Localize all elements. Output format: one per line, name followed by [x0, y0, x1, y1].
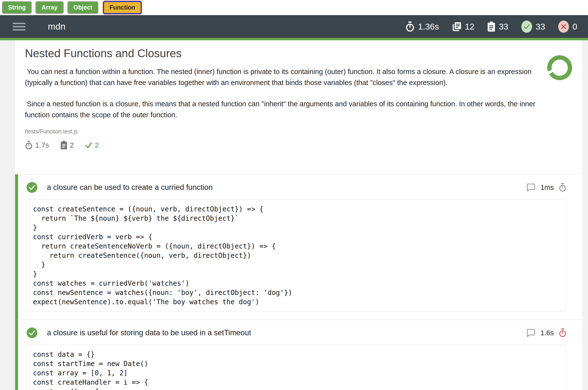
failed-count-value: 0: [573, 22, 577, 32]
clipboard-icon: [60, 141, 67, 149]
test-title: a closure can be used to create a currie…: [47, 183, 213, 192]
tab-function[interactable]: Function: [103, 1, 142, 14]
test-code: const data = {} const startTime = new Da…: [33, 350, 560, 390]
suite-description-2: Since a nested function is a closure, th…: [25, 98, 538, 120]
check-icon: [85, 142, 92, 149]
category-tabbar: String Array Object Function: [0, 0, 588, 15]
test-code-block: const createSentence = ({noun, verb, dir…: [26, 199, 567, 312]
suite-passed-value: 2: [95, 141, 99, 149]
suite-stats: 1.7s 2: [25, 141, 538, 149]
suite-card: Nested Functions and Closures You can ne…: [15, 40, 582, 174]
speech-bubble-icon[interactable]: [526, 183, 536, 192]
green-check-circle-icon: [26, 182, 38, 193]
accent-bar: [0, 38, 588, 40]
stopwatch-icon: [25, 141, 33, 149]
test-code-block: const data = {} const startTime = new Da…: [26, 345, 567, 390]
test-code: const createSentence = ({noun, verb, dir…: [33, 204, 560, 307]
test-row[interactable]: a closure can be used to create a currie…: [26, 182, 567, 193]
test-card: a closure can be used to create a currie…: [15, 174, 582, 320]
app-header: mdn 1.36s 12: [0, 15, 588, 38]
speech-bubble-icon[interactable]: [526, 328, 536, 337]
stopwatch-icon: [559, 183, 567, 192]
total-duration-stat: 1.36s: [405, 21, 439, 32]
suite-test-count-value: 2: [70, 141, 74, 149]
suite-description-1: You can nest a function within a functio…: [25, 66, 538, 88]
tab-string[interactable]: String: [2, 1, 32, 14]
test-meta: 1ms: [526, 183, 567, 192]
hamburger-menu-icon[interactable]: [13, 22, 25, 31]
check-circle-icon: [521, 20, 532, 33]
failed-count-stat: 0: [558, 20, 577, 33]
suite-passed-stat: 2: [85, 141, 99, 149]
run-summary: 1.36s 12: [405, 20, 577, 33]
suite-count-stat: 12: [452, 22, 474, 32]
app-title: mdn: [48, 21, 65, 32]
passed-count-stat: 33: [521, 20, 545, 33]
total-duration-value: 1.36s: [418, 22, 439, 32]
main-content: Nested Functions and Closures You can ne…: [15, 40, 582, 390]
suite-duration-stat: 1.7s: [25, 141, 49, 149]
suite-count-value: 12: [465, 22, 474, 32]
x-circle-icon: [558, 20, 569, 33]
library-books-icon: [452, 22, 462, 32]
tab-array[interactable]: Array: [35, 1, 63, 14]
tab-object[interactable]: Object: [67, 1, 99, 14]
suite-test-count-stat: 2: [60, 141, 74, 149]
test-card: a closure is useful for storing data to …: [15, 320, 582, 390]
test-row[interactable]: a closure is useful for storing data to …: [26, 327, 567, 339]
green-ring-icon: [546, 54, 573, 82]
test-duration: 1ms: [540, 184, 554, 192]
green-check-circle-icon: [26, 327, 38, 339]
passed-count-value: 33: [536, 22, 545, 32]
clipboard-icon: [487, 21, 496, 32]
suite-file-path: /tests/Function.test.js: [25, 128, 538, 135]
suite-duration-value: 1.7s: [35, 141, 49, 149]
test-title: a closure is useful for storing data to …: [47, 328, 251, 337]
test-count-value: 33: [499, 22, 508, 32]
stopwatch-icon: [405, 21, 415, 32]
stopwatch-icon: [559, 328, 567, 337]
test-duration: 1.6s: [540, 329, 554, 337]
suite-title: Nested Functions and Closures: [25, 47, 538, 60]
test-count-stat: 33: [487, 21, 508, 32]
test-meta: 1.6s: [526, 328, 567, 337]
